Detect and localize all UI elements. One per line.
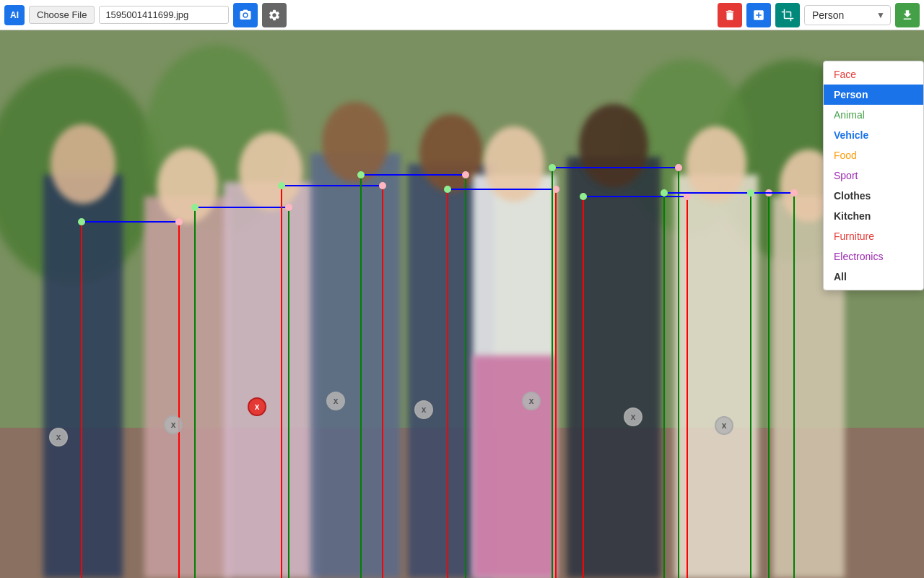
category-dropdown: FacePersonAnimalVehicleFoodSportClothesK… <box>823 61 924 290</box>
svg-point-8 <box>51 124 116 204</box>
svg-point-23 <box>686 126 746 202</box>
background-image <box>0 30 924 578</box>
dropdown-item-all[interactable]: All <box>824 267 923 287</box>
toolbar-right-controls: Person ▼ <box>718 3 920 27</box>
svg-rect-7 <box>43 175 123 578</box>
filename-display: 1595001411699.jpg <box>99 6 229 24</box>
svg-point-14 <box>322 102 388 183</box>
svg-point-0 <box>244 13 248 17</box>
delete-badge-7[interactable]: x <box>624 407 642 426</box>
dropdown-item-person[interactable]: Person <box>824 85 923 105</box>
delete-badge-6[interactable]: x <box>522 392 541 410</box>
dropdown-item-vehicle[interactable]: Vehicle <box>824 125 923 145</box>
dropdown-item-clothes[interactable]: Clothes <box>824 186 923 206</box>
dropdown-item-face[interactable]: Face <box>824 64 923 85</box>
dropdown-item-animal[interactable]: Animal <box>824 105 923 125</box>
dropdown-item-electronics[interactable]: Electronics <box>824 246 923 267</box>
camera-button[interactable] <box>233 3 258 27</box>
add-icon <box>752 9 765 22</box>
svg-point-10 <box>157 148 218 223</box>
svg-rect-11 <box>224 182 318 578</box>
photo-background <box>0 30 924 578</box>
dropdown-item-kitchen[interactable]: Kitchen <box>824 206 923 226</box>
svg-rect-13 <box>310 153 401 578</box>
canvas-area: x x x x x x x x FacePersonAnimalVehicleF… <box>0 30 924 578</box>
dropdown-item-sport[interactable]: Sport <box>824 165 923 186</box>
svg-rect-18 <box>473 355 556 578</box>
gear-icon <box>268 9 281 22</box>
delete-badge-2[interactable]: x <box>164 415 183 434</box>
svg-rect-9 <box>144 197 231 578</box>
delete-badge-3[interactable]: x <box>248 397 266 416</box>
delete-badge-1[interactable]: x <box>49 428 68 447</box>
svg-point-19 <box>484 126 544 202</box>
crop-button[interactable] <box>775 3 800 27</box>
camera-icon <box>239 9 252 22</box>
download-icon <box>901 9 914 22</box>
crop-icon <box>781 9 794 22</box>
svg-rect-20 <box>567 157 661 578</box>
dropdown-item-food[interactable]: Food <box>824 145 923 165</box>
svg-point-21 <box>579 104 648 188</box>
app-logo: AI <box>4 5 25 25</box>
svg-rect-22 <box>675 175 758 578</box>
category-select-wrapper: Person ▼ <box>804 5 891 25</box>
delete-badge-5[interactable]: x <box>414 400 433 419</box>
settings-button[interactable] <box>262 3 287 27</box>
dropdown-item-furniture[interactable]: Furniture <box>824 226 923 246</box>
category-select[interactable]: Person <box>804 5 891 25</box>
svg-point-12 <box>239 132 302 210</box>
choose-file-button[interactable]: Choose File <box>29 6 95 24</box>
delete-button[interactable] <box>718 3 742 27</box>
trash-icon <box>723 9 736 22</box>
delete-badge-8[interactable]: x <box>715 416 733 435</box>
download-button[interactable] <box>895 3 920 27</box>
delete-badge-4[interactable]: x <box>326 392 345 410</box>
toolbar: AI Choose File 1595001411699.jpg <box>0 0 924 30</box>
add-button[interactable] <box>746 3 771 27</box>
